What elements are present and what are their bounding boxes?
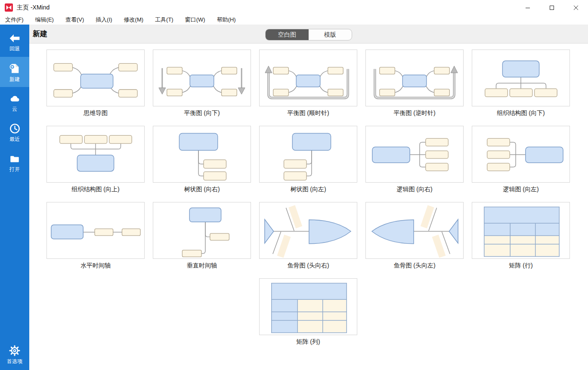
template-card-mind-map[interactable]: 思维导图	[46, 50, 145, 117]
template-card-matrix-row[interactable]: 矩阵 (行)	[472, 202, 570, 270]
maximize-icon	[549, 5, 554, 10]
template-label: 平衡图 (逆时针)	[365, 109, 464, 117]
sidebar-item-back[interactable]: 回退	[0, 27, 29, 57]
template-row-3: 水平时间轴 垂直时间轴	[46, 202, 570, 270]
template-label: 树状图 (向右)	[153, 186, 251, 193]
template-label: 矩阵 (列)	[259, 338, 357, 346]
template-label: 树状图 (向左)	[259, 186, 357, 193]
back-arrow-icon	[8, 33, 21, 44]
template-card-tree-left[interactable]: 树状图 (向左)	[259, 126, 357, 193]
template-card-timeline-v[interactable]: 垂直时间轴	[153, 202, 251, 270]
tab-templates[interactable]: 模版	[309, 29, 352, 40]
template-card-org-up[interactable]: 组织结构图 (向上)	[46, 126, 145, 193]
template-label: 垂直时间轴	[153, 262, 251, 270]
thumbnail-tree-left	[259, 126, 357, 183]
template-label: 平衡图 (顺时针)	[259, 109, 357, 117]
cloud-icon	[8, 93, 21, 104]
thumbnail-logic-left	[472, 126, 570, 183]
template-card-matrix-col[interactable]: 矩阵 (列)	[259, 278, 357, 346]
menu-view[interactable]: 查看(V)	[62, 16, 87, 24]
menu-edit[interactable]: 编辑(E)	[32, 16, 57, 24]
sidebar-item-preferences[interactable]: 首选项	[0, 339, 29, 369]
view-tabs: 空白图 模版	[265, 29, 352, 40]
thumbnail-balance-counter	[365, 50, 464, 106]
template-row-4: 矩阵 (列)	[46, 278, 570, 346]
thumbnail-fishbone-right	[259, 202, 357, 259]
thumbnail-org-up	[46, 126, 145, 183]
close-icon	[573, 5, 579, 10]
thumbnail-timeline-h	[46, 202, 145, 259]
template-label: 水平时间轴	[46, 262, 145, 270]
template-card-timeline-h[interactable]: 水平时间轴	[46, 202, 145, 270]
content-header: 新建 空白图 模版	[29, 25, 588, 44]
template-row-2: 组织结构图 (向上) 树状图 (向右)	[46, 126, 570, 193]
template-card-org-down[interactable]: 组织结构图 (向下)	[472, 50, 570, 117]
template-label: 逻辑图 (向右)	[365, 186, 464, 193]
window-title: 主页 -XMind	[17, 4, 50, 12]
gear-icon	[9, 345, 21, 357]
thumbnail-fishbone-left	[365, 202, 464, 259]
menu-file[interactable]: 文件(F)	[2, 16, 27, 24]
minimize-button[interactable]	[516, 0, 540, 15]
menu-window[interactable]: 窗口(W)	[182, 16, 208, 24]
maximize-button[interactable]	[540, 0, 564, 15]
xmind-logo-icon	[5, 3, 13, 12]
template-label: 平衡图 (向下)	[153, 109, 251, 117]
sidebar-item-recent[interactable]: 最近	[0, 117, 29, 147]
menu-tools[interactable]: 工具(T)	[152, 16, 176, 24]
clock-icon	[9, 123, 21, 134]
template-row-1: 思维导图 平衡图 (向下)	[46, 50, 570, 117]
template-gallery: 思维导图 平衡图 (向下)	[29, 44, 588, 370]
folder-icon	[8, 153, 21, 165]
thumbnail-org-down	[472, 50, 570, 106]
template-label: 组织结构图 (向下)	[472, 109, 570, 117]
thumbnail-timeline-v	[153, 202, 251, 259]
thumbnail-tree-right	[153, 126, 251, 183]
template-card-logic-right[interactable]: 逻辑图 (向右)	[365, 126, 464, 193]
template-label: 鱼骨图 (头向右)	[259, 262, 357, 270]
thumbnail-logic-right	[365, 126, 464, 183]
menu-help[interactable]: 帮助(H)	[214, 16, 239, 24]
template-card-balance-clockwise[interactable]: 平衡图 (顺时针)	[259, 50, 357, 117]
menu-bar: 文件(F) 编辑(E) 查看(V) 插入(I) 修改(M) 工具(T) 窗口(W…	[0, 15, 588, 25]
thumbnail-balance-down	[153, 50, 251, 106]
thumbnail-balance-clockwise	[259, 50, 357, 106]
content-area: 新建 空白图 模版	[29, 25, 588, 370]
menu-insert[interactable]: 插入(I)	[93, 16, 115, 24]
sidebar-item-new[interactable]: 新建	[0, 57, 29, 87]
tab-blank-diagrams[interactable]: 空白图	[266, 29, 309, 40]
template-label: 思维导图	[46, 109, 145, 117]
template-card-balance-down[interactable]: 平衡图 (向下)	[153, 50, 251, 117]
template-card-fishbone-right[interactable]: 鱼骨图 (头向右)	[259, 202, 357, 270]
sidebar-item-cloud[interactable]: 云	[0, 87, 29, 117]
title-bar: 主页 -XMind	[0, 0, 588, 15]
window-controls	[516, 0, 588, 15]
page-title: 新建	[33, 29, 47, 39]
template-label: 矩阵 (行)	[472, 262, 570, 270]
new-document-icon	[9, 62, 21, 75]
sidebar-spacer	[0, 177, 29, 339]
template-card-logic-left[interactable]: 逻辑图 (向左)	[472, 126, 570, 193]
sidebar: 回退 新建 云 最近	[0, 25, 29, 370]
minimize-icon	[525, 5, 530, 10]
close-button[interactable]	[564, 0, 588, 15]
template-label: 组织结构图 (向上)	[46, 186, 145, 193]
template-label: 逻辑图 (向左)	[472, 186, 570, 193]
menu-modify[interactable]: 修改(M)	[121, 16, 147, 24]
thumbnail-mind-map	[46, 50, 145, 106]
template-card-tree-right[interactable]: 树状图 (向右)	[153, 126, 251, 193]
template-label: 鱼骨图 (头向左)	[365, 262, 464, 270]
sidebar-item-open[interactable]: 打开	[0, 147, 29, 177]
thumbnail-matrix-row	[472, 202, 570, 259]
thumbnail-matrix-col	[259, 278, 357, 335]
template-card-fishbone-left[interactable]: 鱼骨图 (头向左)	[365, 202, 464, 270]
template-card-balance-counter[interactable]: 平衡图 (逆时针)	[365, 50, 464, 117]
